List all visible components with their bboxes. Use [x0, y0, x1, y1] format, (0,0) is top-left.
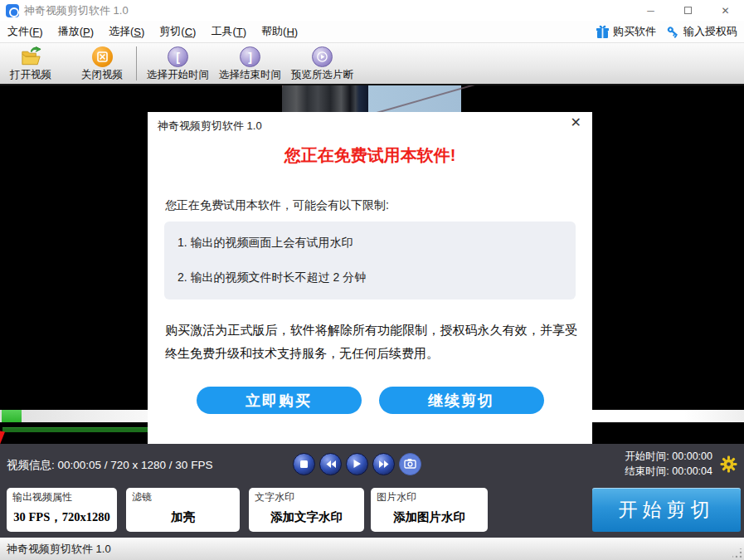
card-value: 添加文字水印	[255, 509, 358, 525]
resize-grip[interactable]	[732, 548, 742, 558]
start-time-label: 开始时间:	[625, 450, 669, 462]
start-bracket-icon: [	[167, 46, 189, 68]
menu-bar-right: 购买软件 输入授权码	[596, 24, 744, 39]
select-end-time-button[interactable]: ] 选择结束时间	[214, 43, 286, 84]
bottom-panel-bar: 输出视频属性 30 FPS，720x1280 滤镜 加亮 文字水印 添加文字水印…	[0, 485, 744, 538]
settings-gear-icon[interactable]	[720, 455, 737, 476]
card-value: 加亮	[132, 509, 234, 525]
output-properties-card[interactable]: 输出视频属性 30 FPS，720x1280	[7, 488, 117, 532]
dialog-title: 神奇视频剪切软件 1.0	[158, 119, 262, 134]
end-time-value: 00:00:04	[672, 465, 712, 477]
toolbar-separator	[136, 46, 137, 80]
trial-limit-box: 1. 输出的视频画面上会有试用水印 2. 输出的视频文件时长不超过 2 分钟	[164, 222, 576, 299]
menu-select[interactable]: 选择(S)	[101, 21, 152, 42]
text-watermark-card[interactable]: 文字水印 添加文字水印	[249, 488, 364, 532]
card-label: 滤镜	[132, 490, 234, 504]
filter-card[interactable]: 滤镜 加亮	[126, 488, 240, 532]
seek-progress	[2, 410, 22, 422]
play-icon	[353, 457, 362, 472]
preview-clip-button[interactable]: 预览所选片断	[286, 43, 358, 84]
video-info-text: 视频信息: 00:00:05 / 720 x 1280 / 30 FPS	[7, 458, 212, 473]
fast-forward-icon	[378, 457, 390, 472]
status-bar: 神奇视频剪切软件 1.0	[0, 538, 744, 560]
close-button[interactable]: ✕	[707, 0, 744, 21]
control-bar: 视频信息: 00:00:05 / 720 x 1280 / 30 FPS 开始时…	[0, 444, 744, 485]
start-cut-button[interactable]: 开始剪切	[592, 488, 741, 532]
stop-button[interactable]	[293, 453, 315, 475]
maximize-icon	[684, 7, 692, 14]
trial-intro: 您正在免费试用本软件，可能会有以下限制:	[165, 198, 389, 213]
preview-play-icon	[311, 46, 333, 68]
menu-file[interactable]: 文件(F)	[0, 21, 51, 42]
menu-tools[interactable]: 工具(T)	[203, 21, 254, 42]
purchase-note: 购买激活为正式版后，软件将解除所有功能限制，授权码永久有效，并享受终生免费升级和…	[165, 319, 577, 365]
menu-play[interactable]: 播放(P)	[51, 21, 101, 42]
card-label: 图片水印	[377, 490, 482, 504]
rewind-icon	[325, 457, 337, 472]
window-controls: ─ ✕	[632, 0, 744, 21]
limit-item: 2. 输出的视频文件时长不超过 2 分钟	[177, 270, 562, 285]
buy-now-button[interactable]: 立即购买	[197, 387, 362, 414]
menu-bar: 文件(F) 播放(P) 选择(S) 剪切(C) 工具(T) 帮助(H) 购买软件…	[0, 21, 744, 43]
key-icon	[666, 25, 680, 39]
card-label: 输出视频属性	[12, 490, 111, 504]
app-icon	[6, 4, 19, 17]
trial-dialog: 神奇视频剪切软件 1.0 ✕ 您正在免费试用本软件! 您正在免费试用本软件，可能…	[148, 112, 592, 444]
app-window: 神奇视频剪切软件 1.0 ─ ✕ 文件(F) 播放(P) 选择(S) 剪切(C)…	[0, 0, 744, 560]
dialog-close-icon[interactable]: ✕	[571, 116, 581, 129]
play-button[interactable]	[346, 453, 368, 475]
close-video-button[interactable]: 关闭视频	[76, 43, 128, 84]
time-display: 开始时间: 00:00:00 结束时间: 00:00:04	[625, 449, 712, 479]
title-bar: 神奇视频剪切软件 1.0 ─ ✕	[0, 0, 744, 21]
gift-icon	[596, 25, 610, 39]
minimize-button[interactable]: ─	[632, 0, 669, 21]
trial-headline: 您正在免费试用本软件!	[148, 144, 592, 167]
open-video-button[interactable]: 打开视频	[5, 43, 56, 84]
select-start-time-button[interactable]: [ 选择开始时间	[142, 43, 214, 84]
close-video-icon	[91, 46, 114, 68]
continue-cut-button[interactable]: 继续剪切	[379, 387, 544, 414]
snapshot-button[interactable]	[399, 453, 421, 475]
start-time-value: 00:00:00	[672, 450, 712, 462]
range-start-marker[interactable]	[0, 431, 5, 444]
buy-software-link[interactable]: 购买软件	[596, 24, 656, 39]
card-value: 添加图片水印	[377, 509, 482, 525]
rewind-button[interactable]	[319, 453, 342, 475]
status-text: 神奇视频剪切软件 1.0	[7, 542, 111, 557]
image-watermark-card[interactable]: 图片水印 添加图片水印	[371, 488, 488, 532]
menu-help[interactable]: 帮助(H)	[254, 21, 305, 42]
card-label: 文字水印	[255, 490, 358, 504]
dialog-buttons: 立即购买 继续剪切	[148, 387, 592, 414]
end-bracket-icon: ]	[239, 46, 261, 68]
end-time-label: 结束时间:	[625, 465, 669, 477]
menu-cut[interactable]: 剪切(C)	[152, 21, 203, 42]
toolbar: 打开视频 关闭视频 [ 选择开始时间 ] 选择结束时间 预览所选片断	[0, 43, 744, 85]
open-folder-icon	[20, 46, 42, 68]
playback-controls	[293, 453, 421, 475]
maximize-button[interactable]	[669, 0, 707, 21]
fast-forward-button[interactable]	[372, 453, 395, 475]
limit-item: 1. 输出的视频画面上会有试用水印	[177, 236, 562, 251]
window-title: 神奇视频剪切软件 1.0	[24, 3, 129, 18]
stop-icon	[299, 457, 309, 472]
card-value: 30 FPS，720x1280	[12, 509, 111, 525]
camera-icon	[404, 457, 416, 472]
enter-license-link[interactable]: 输入授权码	[666, 24, 737, 39]
